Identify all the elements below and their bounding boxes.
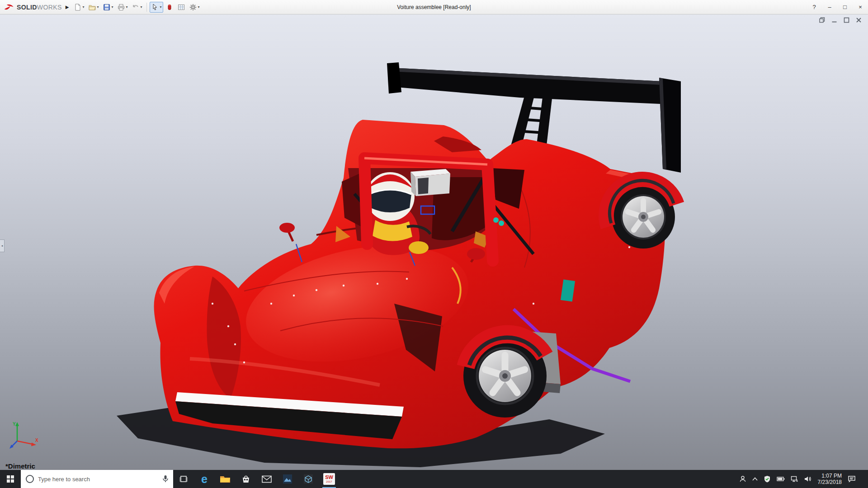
- select-cursor-icon: [151, 4, 159, 11]
- save-button[interactable]: ▾: [101, 2, 115, 13]
- edge-button[interactable]: e: [194, 470, 215, 488]
- maximize-button[interactable]: □: [837, 0, 853, 14]
- options-button[interactable]: ▾: [188, 2, 201, 13]
- photos-icon: [283, 474, 292, 484]
- help-button[interactable]: ?: [807, 0, 822, 14]
- new-document-button[interactable]: ▾: [72, 2, 86, 13]
- window-controls: ? – □ ×: [807, 0, 868, 14]
- store-bag-icon: [241, 474, 250, 483]
- dropdown-arrow-icon[interactable]: ▾: [111, 5, 113, 9]
- search-input[interactable]: [38, 476, 159, 483]
- volume-icon[interactable]: [804, 476, 812, 482]
- mail-button[interactable]: [256, 470, 277, 488]
- menu-flyout-arrow-icon[interactable]: ▶: [65, 5, 73, 9]
- dropdown-arrow-icon[interactable]: ▾: [126, 5, 127, 9]
- toolbar-separator: [146, 3, 147, 12]
- quick-access-toolbar: ▾ ▾ ▾ ▾: [72, 2, 201, 13]
- triad-x-label: X: [35, 438, 38, 443]
- design-table-icon: [178, 4, 185, 11]
- document-window-controls: [819, 17, 862, 23]
- save-icon: [103, 4, 110, 11]
- close-button[interactable]: ×: [853, 0, 868, 14]
- maximize-window-icon[interactable]: [844, 17, 849, 23]
- edge-icon: e: [201, 473, 208, 486]
- print-icon: [118, 4, 125, 11]
- brand-works: WORKS: [37, 4, 62, 11]
- taskbar-search[interactable]: [21, 470, 173, 488]
- mail-icon: [262, 475, 272, 483]
- people-icon[interactable]: [739, 475, 746, 483]
- brand-text: SOLIDWORKS: [17, 4, 62, 11]
- task-view-icon: [179, 474, 188, 483]
- file-explorer-button[interactable]: [215, 470, 236, 488]
- task-view-button[interactable]: [173, 470, 194, 488]
- dropdown-arrow-icon[interactable]: ▾: [97, 5, 99, 9]
- feature-panel-handle[interactable]: ◂: [0, 239, 5, 252]
- solidworks-logo: SOLIDWORKS: [0, 3, 65, 11]
- clock-date: 7/23/2018: [818, 479, 842, 485]
- store-button[interactable]: [236, 470, 256, 488]
- dropdown-arrow-icon[interactable]: ▾: [82, 5, 84, 9]
- 3d-builder-icon: [303, 474, 313, 484]
- titlebar: SOLIDWORKS ▶ ▾ ▾ ▾: [0, 0, 868, 14]
- car-3d-model[interactable]: [0, 14, 868, 470]
- orientation-triad[interactable]: Y X: [9, 419, 40, 451]
- file-explorer-icon: [220, 474, 231, 483]
- minimize-button[interactable]: –: [822, 0, 837, 14]
- dropdown-arrow-icon[interactable]: ▾: [198, 5, 199, 9]
- microphone-icon[interactable]: [162, 475, 169, 483]
- undo-icon: [132, 4, 139, 11]
- front-wheel[interactable]: [463, 334, 547, 418]
- print-button[interactable]: ▾: [116, 2, 129, 13]
- taskbar: e SW 2017: [0, 470, 868, 488]
- appearances-icon: [166, 4, 173, 11]
- photos-button[interactable]: [277, 470, 298, 488]
- close-window-icon[interactable]: [856, 17, 862, 23]
- design-table-button[interactable]: [176, 2, 187, 13]
- undo-button[interactable]: ▾: [130, 2, 144, 13]
- open-button[interactable]: ▾: [87, 2, 100, 13]
- action-center-icon[interactable]: [848, 475, 856, 483]
- system-tray: 1:07 PM 7/23/2018: [739, 470, 868, 488]
- restore-window-icon[interactable]: [819, 17, 825, 23]
- rearview-mirror[interactable]: [410, 169, 450, 196]
- solidworks-taskbar-button[interactable]: SW 2017: [319, 470, 340, 488]
- view-orientation-label: *Dimetric: [5, 462, 35, 470]
- security-shield-icon[interactable]: [764, 475, 771, 483]
- options-gear-icon: [189, 4, 197, 11]
- dropdown-arrow-icon[interactable]: ▾: [140, 5, 142, 9]
- minimize-window-icon[interactable]: [831, 17, 837, 23]
- appearances-button[interactable]: [164, 2, 175, 13]
- cortana-circle-icon: [25, 474, 34, 483]
- select-tool-button[interactable]: ▾: [150, 2, 163, 13]
- solidworks-logo-icon: [4, 3, 14, 11]
- clock-time: 1:07 PM: [818, 473, 842, 479]
- dropdown-arrow-icon[interactable]: ▾: [160, 5, 161, 9]
- triad-y-label: Y: [13, 422, 16, 427]
- graphics-area[interactable]: ◂ Y X *Dimetric: [0, 14, 868, 470]
- solidworks-app-icon: SW 2017: [323, 473, 335, 485]
- 3d-builder-button[interactable]: [298, 470, 319, 488]
- open-folder-icon: [89, 4, 96, 11]
- new-document-icon: [74, 4, 81, 11]
- windows-logo-icon: [7, 475, 14, 483]
- start-button[interactable]: [0, 470, 21, 488]
- brand-solid: SOLID: [17, 4, 37, 11]
- battery-icon[interactable]: [777, 476, 785, 482]
- network-icon[interactable]: [791, 476, 798, 482]
- tray-chevron-up-icon[interactable]: [752, 477, 758, 481]
- taskbar-clock[interactable]: 1:07 PM 7/23/2018: [818, 473, 842, 485]
